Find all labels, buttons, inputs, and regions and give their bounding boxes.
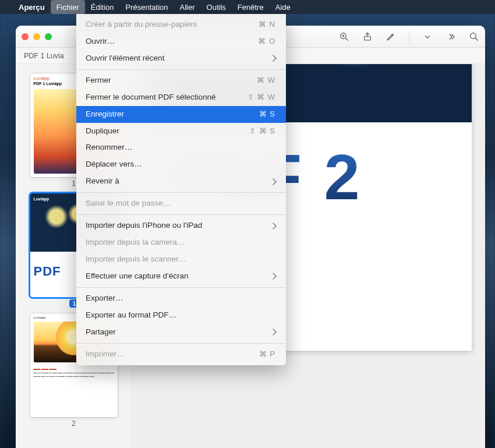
menu-item-shortcut: ⇧ ⌘ S (249, 125, 275, 137)
menu-item-label: Fermer le document PDF sélectionné (86, 91, 216, 104)
chevron-right-icon (270, 273, 276, 280)
close-window-button[interactable] (22, 33, 29, 40)
menu-separator (76, 287, 286, 288)
chevron-right-icon (270, 178, 276, 185)
menu-item-label: Déplacer vers… (86, 158, 142, 171)
menu-item[interactable]: Exporter au format PDF… (76, 307, 286, 324)
menu-item-label: Importer depuis l'iPhone ou l'iPad (86, 220, 202, 232)
minimize-window-button[interactable] (33, 33, 40, 40)
menu-item-shortcut: ⌘ P (259, 348, 275, 360)
dropdown-icon[interactable] (422, 31, 433, 42)
share-icon[interactable] (362, 31, 373, 42)
search-icon[interactable] (469, 31, 479, 42)
menu-item[interactable]: Déplacer vers… (76, 156, 286, 173)
menu-item[interactable]: Partager (76, 324, 286, 341)
menu-item-shortcut: ⌘ O (258, 36, 275, 47)
markup-icon[interactable] (386, 31, 396, 42)
menu-separator (76, 214, 286, 215)
menu-separator (76, 343, 286, 344)
menu-item[interactable]: Exporter… (76, 290, 286, 307)
menu-item[interactable]: Fermer⌘ W (76, 72, 286, 89)
menu-item-label: Ouvrir l'élément récent (86, 52, 164, 65)
menu-item-label: Imprimer… (86, 348, 125, 361)
window-traffic-lights (22, 33, 52, 40)
menu-presentation[interactable]: Présentation (120, 0, 174, 14)
menu-item[interactable]: Ouvrir l'élément récent (76, 50, 286, 67)
menu-item-label: Exporter au format PDF… (86, 309, 176, 322)
menu-fichier[interactable]: Fichier (51, 0, 85, 14)
menu-item: Importer depuis le scanner… (76, 251, 286, 268)
menu-item[interactable]: Renommer… (76, 139, 286, 156)
menu-item-shortcut: ⌘ W (257, 75, 275, 86)
menu-item[interactable]: Enregistrer⌘ S (76, 106, 286, 123)
menu-item[interactable]: Revenir à (76, 173, 286, 190)
menu-item-label: Enregistrer (86, 108, 124, 121)
app-name[interactable]: Aperçu (13, 3, 51, 12)
zoom-in-icon[interactable] (339, 31, 349, 42)
menu-item[interactable]: Dupliquer⇧ ⌘ S (76, 123, 286, 140)
zoom-window-button[interactable] (45, 33, 52, 40)
menu-item-label: Ouvrir… (86, 36, 115, 48)
menu-separator (76, 69, 286, 70)
menu-outils[interactable]: Outils (201, 0, 232, 14)
toolbar-right (339, 26, 479, 47)
menu-item-shortcut: ⌘ S (259, 108, 275, 120)
menu-item: Saisir le mot de passe… (76, 195, 286, 212)
menu-item-label: Dupliquer (86, 125, 119, 137)
menu-item-label: Partager (86, 326, 116, 338)
svg-point-5 (471, 33, 476, 38)
menu-item-label: Effectuer une capture d'écran (86, 270, 188, 283)
menu-item-label: Importer depuis la caméra… (86, 237, 185, 249)
menu-item-label: Exporter… (86, 292, 123, 305)
menu-item-label: Revenir à (86, 175, 119, 188)
menu-item: Imprimer…⌘ P (76, 346, 286, 363)
menu-item-shortcut: ⌘ N (259, 19, 275, 30)
menu-item-shortcut: ⇧ ⌘ W (248, 91, 276, 103)
page-number: 2 (23, 419, 125, 428)
menu-item-label: Fermer (86, 75, 111, 87)
menu-aide[interactable]: Aide (270, 0, 296, 14)
thumb-body: ▬▬ ▬ ▬▬▬ ▬ ▬▬ ▬▬ ▬ ▬▬▬ ▬▬ ▬ ▬▬ ▬ ▬▬▬ ▬ ▬… (30, 371, 118, 382)
menu-fichier-dropdown: Créer à partir du presse-papiers⌘ NOuvri… (76, 14, 286, 365)
menu-item: Créer à partir du presse-papiers⌘ N (76, 16, 286, 33)
more-icon[interactable] (446, 31, 456, 42)
chevron-right-icon (270, 329, 276, 335)
menu-item-label: Importer depuis le scanner… (86, 253, 186, 266)
menu-separator (76, 192, 286, 193)
toolbar-separator (409, 31, 409, 43)
thumb-heading: ▬▬ ▬▬ ▬▬ (30, 365, 118, 371)
chevron-right-icon (270, 55, 276, 62)
svg-line-6 (475, 38, 478, 41)
menu-fenetre[interactable]: Fenêtre (232, 0, 270, 14)
menu-item-label: Renommer… (86, 142, 132, 154)
svg-line-1 (345, 38, 348, 41)
menu-edition[interactable]: Édition (85, 0, 120, 14)
menu-item-label: Créer à partir du presse-papiers (86, 19, 197, 31)
menu-item[interactable]: Importer depuis l'iPhone ou l'iPad (76, 217, 286, 234)
menu-item-label: Saisir le mot de passe… (86, 197, 171, 210)
menu-item[interactable]: Ouvrir…⌘ O (76, 33, 286, 50)
document-title: PDF 1 Luvia (24, 52, 64, 60)
menu-aller[interactable]: Aller (174, 0, 201, 14)
menu-item[interactable]: Effectuer une capture d'écran (76, 268, 286, 285)
menu-item[interactable]: Fermer le document PDF sélectionné⇧ ⌘ W (76, 89, 286, 106)
menu-item: Importer depuis la caméra… (76, 234, 286, 251)
menubar: Aperçu Fichier Édition Présentation Alle… (0, 0, 495, 14)
chevron-right-icon (270, 223, 276, 229)
